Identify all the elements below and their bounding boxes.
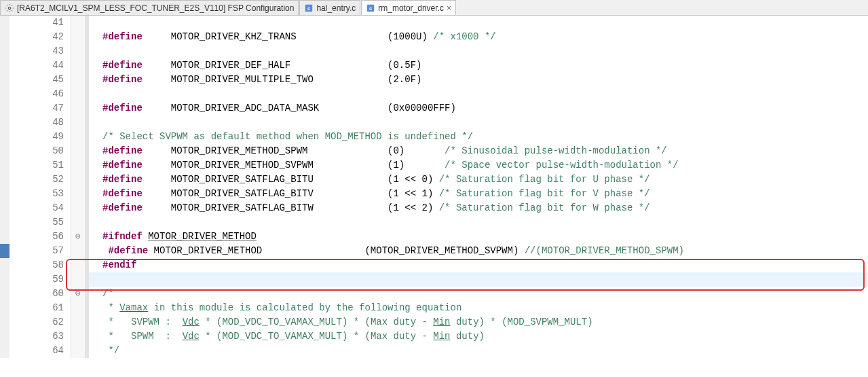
code-line-57[interactable]: 57 #define MOTOR_DRIVER_METHOD (MOTOR_DR… <box>0 244 868 258</box>
code-content[interactable]: #define MOTOR_DRIVER_MULTIPLE_TWO (2.0F) <box>89 73 868 87</box>
marker-column <box>0 101 10 115</box>
code-content[interactable]: #define MOTOR_DRIVER_ADC_DATA_MASK (0x00… <box>89 101 868 115</box>
code-content[interactable]: #define MOTOR_DRIVER_SATFLAG_BITU (1 << … <box>89 173 868 187</box>
code-line-54[interactable]: 54#define MOTOR_DRIVER_SATFLAG_BITW (1 <… <box>0 201 868 215</box>
tab-1[interactable]: c hal_entry.c <box>299 0 360 15</box>
line-number: 56 <box>10 230 71 244</box>
line-number: 62 <box>10 315 71 329</box>
line-number: 45 <box>10 73 71 87</box>
fold-toggle <box>71 301 85 315</box>
line-number: 48 <box>10 115 71 130</box>
fold-toggle <box>71 258 85 272</box>
code-line-52[interactable]: 52#define MOTOR_DRIVER_SATFLAG_BITU (1 <… <box>0 173 868 187</box>
fold-toggle <box>71 201 85 215</box>
code-content[interactable] <box>89 215 868 230</box>
marker-column <box>0 73 10 87</box>
marker-column <box>0 44 10 58</box>
code-content[interactable]: #define MOTOR_DRIVER_SATFLAG_BITW (1 << … <box>89 201 868 215</box>
fold-toggle <box>71 244 85 258</box>
code-line-47[interactable]: 47#define MOTOR_DRIVER_ADC_DATA_MASK (0x… <box>0 101 868 115</box>
code-content[interactable] <box>89 272 868 287</box>
code-content[interactable]: * Vamax in this module is calculated by … <box>89 301 868 315</box>
code-content[interactable]: #define MOTOR_DRIVER_METHOD (MOTOR_DRIVE… <box>89 244 868 258</box>
marker-column <box>0 258 10 272</box>
marker-column <box>0 215 10 230</box>
code-content[interactable]: * SPWM : Vdc * (MOD_VDC_TO_VAMAX_MULT) *… <box>89 329 868 344</box>
fold-toggle <box>71 215 85 230</box>
line-number: 60 <box>10 287 71 301</box>
fold-toggle <box>71 173 85 187</box>
line-number: 49 <box>10 130 71 144</box>
code-line-56[interactable]: 56⊖#ifndef MOTOR_DRIVER_METHOD <box>0 230 868 244</box>
marker-column <box>0 230 10 244</box>
code-content[interactable]: #define MOTOR_DRIVER_METHOD_SPWM (0) /* … <box>89 144 868 158</box>
code-line-43[interactable]: 43 <box>0 44 868 58</box>
line-number: 54 <box>10 201 71 215</box>
marker-column <box>0 130 10 144</box>
fold-toggle <box>71 344 85 358</box>
code-content[interactable] <box>89 16 868 30</box>
marker-column <box>0 158 10 173</box>
marker-column <box>0 244 10 258</box>
code-content[interactable]: #define MOTOR_DRIVER_DEF_HALF (0.5F) <box>89 58 868 73</box>
code-line-48[interactable]: 48 <box>0 115 868 130</box>
marker-column <box>0 329 10 344</box>
code-line-45[interactable]: 45#define MOTOR_DRIVER_MULTIPLE_TWO (2.0… <box>0 73 868 87</box>
fold-toggle <box>71 329 85 344</box>
line-number: 61 <box>10 301 71 315</box>
line-number: 47 <box>10 101 71 115</box>
marker-column <box>0 87 10 101</box>
code-content[interactable]: /* Select SVPWM as default method when M… <box>89 130 868 144</box>
fold-toggle <box>71 73 85 87</box>
fold-toggle <box>71 101 85 115</box>
fold-toggle[interactable]: ⊖ <box>71 287 85 301</box>
code-content[interactable] <box>89 44 868 58</box>
line-number: 41 <box>10 16 71 30</box>
tab-bar: [RA6T2_MCILV1_SPM_LESS_FOC_TUNER_E2S_V11… <box>0 0 868 16</box>
code-content[interactable]: /* <box>89 287 868 301</box>
code-content[interactable] <box>89 115 868 130</box>
code-content[interactable]: */ <box>89 344 868 358</box>
line-number: 52 <box>10 173 71 187</box>
code-line-64[interactable]: 64 */ <box>0 344 868 358</box>
marker-column <box>0 58 10 73</box>
fold-toggle <box>71 16 85 30</box>
code-line-55[interactable]: 55 <box>0 215 868 230</box>
editor-area[interactable]: 4142#define MOTOR_DRIVER_KHZ_TRANS (1000… <box>0 16 868 377</box>
code-line-51[interactable]: 51#define MOTOR_DRIVER_METHOD_SVPWM (1) … <box>0 158 868 173</box>
code-line-58[interactable]: 58#endif <box>0 258 868 272</box>
code-content[interactable]: #define MOTOR_DRIVER_KHZ_TRANS (1000U) /… <box>89 30 868 44</box>
code-line-50[interactable]: 50#define MOTOR_DRIVER_METHOD_SPWM (0) /… <box>0 144 868 158</box>
fold-toggle[interactable]: ⊖ <box>71 230 85 244</box>
marker-column <box>0 16 10 30</box>
code-content[interactable]: #ifndef MOTOR_DRIVER_METHOD <box>89 230 868 244</box>
line-number: 59 <box>10 272 71 287</box>
code-line-59[interactable]: 59 <box>0 272 868 287</box>
code-line-42[interactable]: 42#define MOTOR_DRIVER_KHZ_TRANS (1000U)… <box>0 30 868 44</box>
code-line-41[interactable]: 41 <box>0 16 868 30</box>
code-line-46[interactable]: 46 <box>0 87 868 101</box>
code-line-60[interactable]: 60⊖/* <box>0 287 868 301</box>
code-content[interactable]: * SVPWM : Vdc * (MOD_VDC_TO_VAMAX_MULT) … <box>89 315 868 329</box>
c-file-icon: c <box>304 3 314 13</box>
code-line-44[interactable]: 44#define MOTOR_DRIVER_DEF_HALF (0.5F) <box>0 58 868 73</box>
line-number: 57 <box>10 244 71 258</box>
marker-column <box>0 287 10 301</box>
line-number: 43 <box>10 44 71 58</box>
code-line-49[interactable]: 49/* Select SVPWM as default method when… <box>0 130 868 144</box>
svg-text:c: c <box>307 5 310 11</box>
code-content[interactable]: #define MOTOR_DRIVER_METHOD_SVPWM (1) /*… <box>89 158 868 173</box>
code-content[interactable]: #endif <box>89 258 868 272</box>
close-icon[interactable]: × <box>447 3 451 13</box>
code-line-63[interactable]: 63 * SPWM : Vdc * (MOD_VDC_TO_VAMAX_MULT… <box>0 329 868 344</box>
marker-column <box>0 173 10 187</box>
code-content[interactable]: #define MOTOR_DRIVER_SATFLAG_BITV (1 << … <box>89 187 868 201</box>
code-content[interactable] <box>89 87 868 101</box>
fold-toggle <box>71 144 85 158</box>
code-line-61[interactable]: 61 * Vamax in this module is calculated … <box>0 301 868 315</box>
tab-2[interactable]: c rm_motor_driver.c × <box>361 0 456 15</box>
fold-toggle <box>71 87 85 101</box>
tab-0[interactable]: [RA6T2_MCILV1_SPM_LESS_FOC_TUNER_E2S_V11… <box>0 0 299 15</box>
code-line-62[interactable]: 62 * SVPWM : Vdc * (MOD_VDC_TO_VAMAX_MUL… <box>0 315 868 329</box>
code-line-53[interactable]: 53#define MOTOR_DRIVER_SATFLAG_BITV (1 <… <box>0 187 868 201</box>
